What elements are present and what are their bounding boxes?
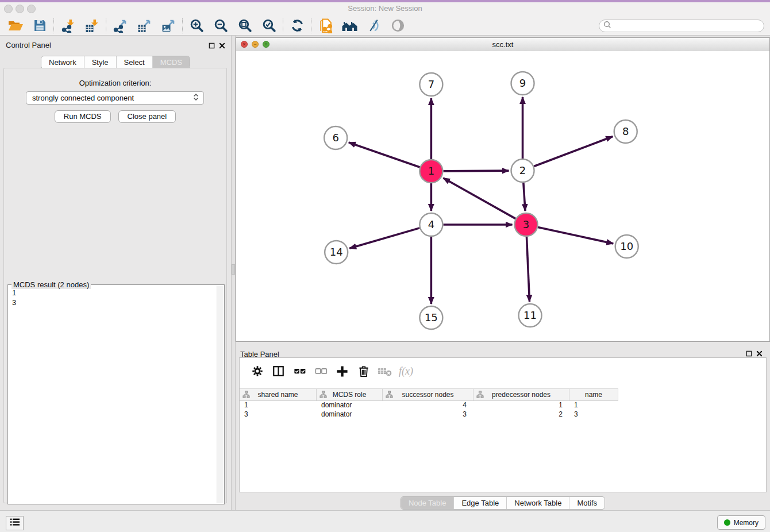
- task-history-button[interactable]: [6, 516, 24, 530]
- graph-node-9[interactable]: 9: [511, 72, 534, 95]
- column-header-successor-nodes[interactable]: successor nodes: [383, 389, 473, 400]
- graph-node-1[interactable]: 1: [419, 160, 442, 183]
- delete-table-icon: [374, 363, 395, 380]
- select-all-icon[interactable]: [289, 363, 310, 380]
- table-cell[interactable]: dominator: [317, 400, 383, 410]
- node-table-body: f(x) shared nameMCDS rolesuccessor nodes…: [239, 357, 767, 492]
- import-network-icon[interactable]: [56, 17, 80, 34]
- tab-edge-table[interactable]: Edge Table: [453, 497, 506, 509]
- memory-button[interactable]: Memory: [717, 515, 765, 530]
- graph-node-4[interactable]: 4: [419, 213, 442, 236]
- table-cell[interactable]: 4: [383, 400, 473, 410]
- graph-node-10[interactable]: 10: [615, 235, 638, 258]
- control-panel-title: Control Panel: [6, 41, 51, 49]
- graph-edge-1-2[interactable]: [443, 171, 509, 171]
- delete-column-icon[interactable]: [353, 363, 374, 380]
- split-panel-icon[interactable]: [268, 363, 289, 380]
- close-table-panel-icon[interactable]: [756, 350, 763, 357]
- table-cell[interactable]: 1: [473, 400, 569, 410]
- float-panel-icon[interactable]: [208, 42, 215, 49]
- result-scrollbar[interactable]: [217, 286, 224, 503]
- float-table-panel-icon[interactable]: [745, 350, 753, 357]
- graph-edge-3-10[interactable]: [538, 227, 613, 243]
- graph-edge-3-11[interactable]: [526, 237, 529, 302]
- app-titlebar: Session: New Session: [0, 0, 770, 17]
- gear-icon[interactable]: [247, 363, 268, 380]
- hide-details-icon[interactable]: [361, 17, 386, 34]
- optimization-criterion-label: Optimization criterion:: [4, 79, 226, 87]
- svg-text:7: 7: [428, 79, 434, 91]
- criterion-select[interactable]: strongly connected component: [26, 91, 204, 105]
- table-cell[interactable]: 3: [569, 410, 618, 419]
- export-image-icon[interactable]: [156, 17, 180, 34]
- graph-edge-4-14[interactable]: [349, 228, 419, 248]
- table-cell[interactable]: 3: [240, 410, 317, 419]
- table-toolbar: f(x): [247, 362, 417, 380]
- graph-node-6[interactable]: 6: [324, 126, 347, 149]
- network-graph[interactable]: 7968124314101511: [236, 51, 769, 341]
- deselect-all-icon[interactable]: [310, 363, 332, 380]
- search-box[interactable]: [599, 20, 764, 32]
- table-cell[interactable]: dominator: [317, 410, 383, 419]
- table-cell[interactable]: 3: [383, 410, 473, 419]
- graph-node-3[interactable]: 3: [515, 213, 538, 236]
- tab-style[interactable]: Style: [84, 56, 116, 68]
- tab-network[interactable]: Network: [41, 56, 84, 68]
- graph-node-8[interactable]: 8: [614, 120, 637, 143]
- graph-node-14[interactable]: 14: [325, 241, 348, 264]
- houses-icon[interactable]: [337, 17, 361, 34]
- zoom-out-icon[interactable]: [209, 17, 233, 34]
- svg-text:14: 14: [330, 246, 343, 259]
- status-bar: Memory: [0, 510, 770, 532]
- vertical-split-handle[interactable]: [232, 264, 235, 275]
- table-row[interactable]: 3dominator323: [240, 410, 618, 419]
- run-mcds-button[interactable]: Run MCDS: [55, 110, 111, 123]
- graph-node-15[interactable]: 15: [419, 306, 442, 329]
- table-cell[interactable]: 2: [473, 410, 569, 419]
- vertical-split-divider[interactable]: [231, 36, 236, 510]
- add-column-icon[interactable]: [332, 363, 353, 380]
- svg-text:10: 10: [620, 241, 633, 253]
- new-network-icon[interactable]: [313, 17, 337, 34]
- column-header-predecessor-nodes[interactable]: predecessor nodes: [473, 389, 569, 400]
- graph-node-7[interactable]: 7: [419, 73, 442, 96]
- svg-text:11: 11: [523, 310, 537, 322]
- tab-network-table[interactable]: Network Table: [506, 497, 569, 509]
- network-canvas[interactable]: 7968124314101511: [236, 51, 769, 341]
- session-title: Session: New Session: [0, 4, 770, 13]
- import-table-icon[interactable]: [80, 17, 104, 34]
- zoom-in-icon[interactable]: [184, 17, 209, 34]
- zoom-fit-icon[interactable]: [233, 17, 257, 34]
- save-session-icon[interactable]: [28, 17, 52, 34]
- tab-select[interactable]: Select: [116, 56, 152, 68]
- close-panel-icon[interactable]: [218, 42, 226, 49]
- table-panel-tabs: Node TableEdge TableNetwork TableMotifs: [236, 496, 770, 510]
- tab-mcds[interactable]: MCDS: [152, 56, 190, 68]
- graph-node-2[interactable]: 2: [511, 159, 534, 182]
- export-table-icon[interactable]: [132, 17, 156, 34]
- zoom-selected-icon[interactable]: [257, 17, 281, 34]
- table-cell[interactable]: 1: [569, 400, 618, 410]
- refresh-layout-icon[interactable]: [285, 17, 309, 34]
- search-input[interactable]: [614, 20, 764, 32]
- tab-motifs[interactable]: Motifs: [569, 497, 605, 509]
- column-header-name[interactable]: name: [569, 389, 618, 400]
- close-panel-button[interactable]: Close panel: [118, 110, 176, 123]
- export-network-icon[interactable]: [108, 17, 132, 34]
- open-file-icon[interactable]: [3, 17, 28, 34]
- table-row[interactable]: 1dominator411: [240, 400, 618, 410]
- column-header-shared-name[interactable]: shared name: [240, 389, 317, 400]
- mcds-result-text[interactable]: 1 3: [8, 286, 217, 504]
- graph-edge-3-1[interactable]: [443, 178, 515, 219]
- search-icon: [603, 21, 611, 31]
- table-cell[interactable]: 1: [240, 400, 317, 410]
- toolbar-separator: [106, 18, 106, 33]
- graph-edge-2-3[interactable]: [523, 183, 525, 211]
- graph-edge-1-6[interactable]: [349, 142, 420, 167]
- toolbar-separator: [311, 18, 311, 33]
- graph-node-11[interactable]: 11: [519, 304, 542, 327]
- tab-node-table[interactable]: Node Table: [401, 497, 454, 509]
- column-header-MCDS-role[interactable]: MCDS role: [317, 389, 383, 400]
- graph-edge-2-8[interactable]: [534, 137, 613, 167]
- network-window-titlebar[interactable]: × − + scc.txt: [236, 38, 769, 52]
